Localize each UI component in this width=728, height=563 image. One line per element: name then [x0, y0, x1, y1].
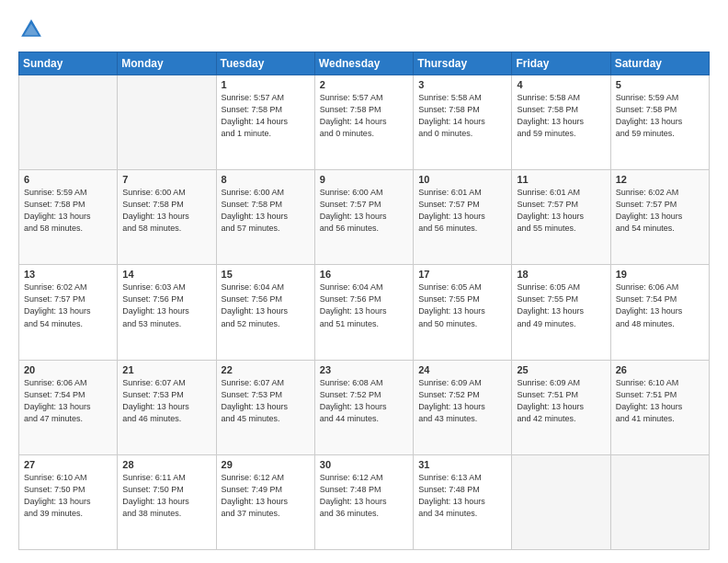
cell-info-line: Sunset: 7:57 PM	[418, 200, 480, 209]
day-number: 22	[222, 364, 310, 375]
cell-info-line: Daylight: 13 hours	[418, 497, 485, 506]
cell-info: Sunrise: 6:00 AMSunset: 7:58 PMDaylight:…	[122, 187, 210, 235]
calendar-cell: 12Sunrise: 6:02 AMSunset: 7:57 PMDayligh…	[610, 170, 709, 265]
cell-info-line: and 57 minutes.	[222, 224, 280, 233]
cell-info-line: Daylight: 13 hours	[418, 212, 485, 221]
cell-info-line: Sunset: 7:48 PM	[418, 485, 480, 494]
calendar-week-row: 20Sunrise: 6:06 AMSunset: 7:54 PMDayligh…	[19, 360, 710, 454]
day-number: 11	[517, 174, 605, 185]
cell-info-line: Sunset: 7:51 PM	[517, 390, 578, 399]
cell-info: Sunrise: 6:12 AMSunset: 7:49 PMDaylight:…	[222, 472, 310, 520]
calendar-cell: 18Sunrise: 6:05 AMSunset: 7:55 PMDayligh…	[512, 265, 610, 360]
day-number: 20	[24, 364, 112, 375]
calendar-week-row: 1Sunrise: 5:57 AMSunset: 7:58 PMDaylight…	[19, 75, 710, 170]
day-number: 6	[24, 174, 112, 185]
calendar-cell: 23Sunrise: 6:08 AMSunset: 7:52 PMDayligh…	[314, 360, 413, 454]
calendar-cell: 30Sunrise: 6:12 AMSunset: 7:48 PMDayligh…	[314, 454, 413, 549]
cell-info-line: Sunrise: 6:10 AM	[24, 473, 87, 482]
cell-info-line: Sunrise: 6:13 AM	[418, 473, 482, 482]
cell-info-line: Sunset: 7:55 PM	[517, 294, 578, 304]
cell-info-line: and 49 minutes.	[517, 319, 575, 328]
cell-info-line: Sunrise: 6:02 AM	[24, 282, 87, 292]
cell-info-line: Sunrise: 6:04 AM	[320, 282, 383, 292]
day-number: 10	[418, 174, 506, 185]
calendar-cell: 2Sunrise: 5:57 AMSunset: 7:58 PMDaylight…	[314, 75, 413, 170]
day-number: 28	[122, 459, 210, 470]
day-number: 14	[122, 269, 210, 280]
cell-info-line: Sunrise: 6:03 AM	[122, 282, 186, 292]
cell-info-line: Sunset: 7:53 PM	[122, 390, 184, 399]
cell-info-line: Sunset: 7:49 PM	[222, 485, 283, 494]
cell-info-line: Daylight: 13 hours	[24, 497, 91, 506]
cell-info-line: and 42 minutes.	[517, 414, 575, 423]
calendar-cell: 7Sunrise: 6:00 AMSunset: 7:58 PMDaylight…	[118, 170, 216, 265]
cell-info-line: Sunset: 7:48 PM	[320, 485, 381, 494]
cell-info: Sunrise: 6:02 AMSunset: 7:57 PMDaylight:…	[616, 187, 704, 235]
cell-info-line: and 38 minutes.	[122, 509, 181, 518]
day-number: 24	[418, 364, 506, 375]
cell-info-line: and 39 minutes.	[24, 509, 83, 518]
cell-info-line: Daylight: 13 hours	[24, 306, 91, 316]
cell-info-line: Sunset: 7:57 PM	[517, 200, 578, 209]
cell-info-line: and 54 minutes.	[616, 224, 675, 233]
cell-info-line: and 54 minutes.	[24, 319, 83, 328]
weekday-header-saturday: Saturday	[610, 52, 709, 75]
cell-info-line: Sunset: 7:57 PM	[320, 200, 381, 209]
weekday-header-monday: Monday	[118, 52, 216, 75]
cell-info: Sunrise: 6:01 AMSunset: 7:57 PMDaylight:…	[517, 187, 605, 235]
calendar-cell: 8Sunrise: 6:00 AMSunset: 7:58 PMDaylight…	[216, 170, 314, 265]
cell-info-line: and 43 minutes.	[418, 414, 477, 423]
calendar-cell: 11Sunrise: 6:01 AMSunset: 7:57 PMDayligh…	[512, 170, 610, 265]
cell-info-line: Sunset: 7:58 PM	[616, 105, 677, 114]
cell-info: Sunrise: 6:07 AMSunset: 7:53 PMDaylight:…	[122, 377, 210, 425]
weekday-header-tuesday: Tuesday	[216, 52, 314, 75]
cell-info-line: Sunrise: 6:05 AM	[418, 282, 482, 292]
cell-info-line: Daylight: 13 hours	[122, 306, 189, 316]
cell-info-line: Sunrise: 6:06 AM	[616, 282, 679, 292]
cell-info-line: Sunset: 7:50 PM	[122, 485, 184, 494]
cell-info: Sunrise: 6:01 AMSunset: 7:57 PMDaylight:…	[418, 187, 506, 235]
cell-info-line: Sunset: 7:56 PM	[122, 294, 184, 304]
cell-info-line: Daylight: 13 hours	[616, 402, 683, 411]
cell-info-line: Sunset: 7:52 PM	[418, 390, 480, 399]
cell-info: Sunrise: 6:09 AMSunset: 7:51 PMDaylight:…	[517, 377, 605, 425]
calendar-cell	[512, 454, 610, 549]
cell-info-line: and 47 minutes.	[24, 414, 83, 423]
day-number: 3	[418, 79, 506, 90]
calendar-week-row: 27Sunrise: 6:10 AMSunset: 7:50 PMDayligh…	[19, 454, 710, 549]
cell-info: Sunrise: 6:11 AMSunset: 7:50 PMDaylight:…	[122, 472, 210, 520]
cell-info: Sunrise: 6:06 AMSunset: 7:54 PMDaylight:…	[616, 282, 704, 329]
cell-info-line: Daylight: 13 hours	[222, 212, 289, 221]
calendar-cell: 4Sunrise: 5:58 AMSunset: 7:58 PMDaylight…	[512, 75, 610, 170]
calendar-cell: 21Sunrise: 6:07 AMSunset: 7:53 PMDayligh…	[118, 360, 216, 454]
cell-info-line: Sunset: 7:56 PM	[222, 294, 283, 304]
cell-info-line: Sunrise: 5:59 AM	[616, 93, 679, 102]
cell-info-line: Sunrise: 6:12 AM	[222, 473, 285, 482]
cell-info-line: Daylight: 13 hours	[616, 306, 683, 316]
day-number: 26	[616, 364, 704, 375]
cell-info-line: and 59 minutes.	[517, 129, 575, 138]
day-number: 4	[517, 79, 605, 90]
weekday-header-row: SundayMondayTuesdayWednesdayThursdayFrid…	[19, 52, 710, 75]
cell-info: Sunrise: 6:02 AMSunset: 7:57 PMDaylight:…	[24, 282, 112, 329]
day-number: 13	[24, 269, 112, 280]
cell-info-line: Daylight: 13 hours	[222, 497, 289, 506]
cell-info-line: and 45 minutes.	[222, 414, 280, 423]
cell-info-line: Daylight: 13 hours	[320, 402, 387, 411]
header	[18, 17, 710, 42]
cell-info-line: Sunset: 7:58 PM	[418, 105, 480, 114]
cell-info-line: Sunrise: 6:12 AM	[320, 473, 383, 482]
cell-info: Sunrise: 5:58 AMSunset: 7:58 PMDaylight:…	[418, 92, 506, 140]
calendar-cell: 26Sunrise: 6:10 AMSunset: 7:51 PMDayligh…	[610, 360, 709, 454]
cell-info-line: Daylight: 13 hours	[418, 306, 485, 316]
cell-info-line: Daylight: 14 hours	[320, 117, 387, 126]
cell-info-line: Sunrise: 6:11 AM	[122, 473, 186, 482]
day-number: 19	[616, 269, 704, 280]
cell-info-line: Sunrise: 5:57 AM	[320, 93, 383, 102]
cell-info-line: and 0 minutes.	[320, 129, 374, 138]
cell-info-line: Sunrise: 6:00 AM	[122, 188, 186, 197]
calendar-cell: 9Sunrise: 6:00 AMSunset: 7:57 PMDaylight…	[314, 170, 413, 265]
cell-info-line: and 46 minutes.	[122, 414, 181, 423]
cell-info-line: and 37 minutes.	[222, 509, 280, 518]
calendar-cell: 10Sunrise: 6:01 AMSunset: 7:57 PMDayligh…	[414, 170, 512, 265]
